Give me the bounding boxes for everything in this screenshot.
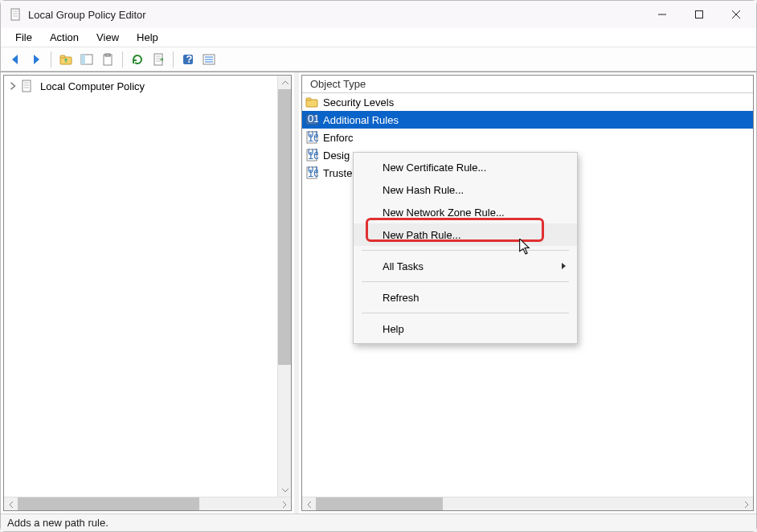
tree-horizontal-scrollbar[interactable] [4,497,291,510]
tree-item[interactable]: Local Computer Policy [4,77,291,95]
nav-up-button[interactable] [56,50,76,69]
copy-button[interactable] [98,50,117,69]
refresh-button[interactable] [128,50,147,69]
policy-tree[interactable]: Local Computer Policy [4,76,291,95]
ctx-help[interactable]: Help [354,317,577,340]
export-icon [152,53,165,66]
arrow-left-icon [9,53,22,66]
list-header[interactable]: Object Type [302,76,753,93]
toolbar [1,47,756,72]
tree-pane: Local Computer Policy [1,72,294,514]
list-header-object-type[interactable]: Object Type [307,76,369,92]
help-button[interactable] [178,50,198,69]
export-button[interactable] [149,50,168,69]
doc-icon [20,80,33,92]
context-menu-separator [362,313,569,313]
list-row-label: Additional Rules [323,114,399,126]
scroll-right-icon [280,500,288,508]
list-row-label: Truste [323,167,352,179]
ctx-new-hash-rule[interactable]: New Hash Rule... [354,178,577,201]
maximize-button[interactable] [681,2,718,27]
list-row-label: Enforc [323,132,354,144]
svg-rect-28 [696,11,703,18]
context-menu-label: New Network Zone Rule... [383,207,505,219]
folder-up-icon [59,53,72,66]
statusbar: Adds a new path rule. [1,514,756,531]
minimize-button[interactable] [644,2,681,27]
nav-back-button[interactable] [6,50,25,69]
context-menu-label: All Tasks [383,260,424,272]
menu-help[interactable]: Help [129,30,166,45]
refresh-icon [131,53,144,66]
scroll-left-icon [7,500,15,508]
binary-icon [305,113,318,126]
scroll-down-icon [280,486,288,494]
toolbar-separator [122,51,123,68]
filter-list-icon [203,53,215,66]
ctx-refresh[interactable]: Refresh [354,286,577,309]
binary-doc-icon [305,149,318,162]
scroll-up-icon [280,79,288,87]
app-window: Local Group Policy Editor File Action Vi… [0,0,757,532]
help-icon [182,53,194,66]
menubar: File Action View Help [1,28,756,47]
titlebar: Local Group Policy Editor [1,1,756,28]
arrow-right-icon [30,53,43,66]
list-row-label: Security Levels [323,96,394,108]
ctx-all-tasks[interactable]: All Tasks [354,255,577,277]
binary-doc-icon [305,166,318,179]
status-text: Adds a new path rule. [7,517,108,529]
window-title: Local Group Policy Editor [28,9,644,21]
list-row[interactable]: Security Levels [302,93,753,111]
context-menu-label: New Hash Rule... [383,184,464,196]
submenu-arrow-icon [561,262,567,270]
context-menu[interactable]: New Certificate Rule...New Hash Rule...N… [353,152,578,344]
filter-button[interactable] [199,50,219,69]
context-menu-label: New Path Rule... [383,229,461,241]
ctx-new-network-zone-rule[interactable]: New Network Zone Rule... [354,201,577,223]
cursor-icon [518,239,531,255]
expand-toggle[interactable] [7,80,18,92]
toolbar-separator [51,51,51,68]
app-icon [9,8,22,21]
tree-item-label: Local Computer Policy [38,80,147,93]
close-button[interactable] [718,2,755,27]
context-menu-label: Help [383,323,404,335]
menu-view[interactable]: View [88,30,127,45]
list-row-label: Desig [323,149,350,162]
ctx-new-path-rule[interactable]: New Path Rule... [354,223,577,246]
menu-action[interactable]: Action [42,30,87,45]
context-menu-separator [362,281,569,282]
tree-vertical-scrollbar[interactable] [277,76,291,497]
nav-forward-button[interactable] [27,50,46,69]
tree-pane-icon [80,53,93,66]
ctx-new-certificate-rule[interactable]: New Certificate Rule... [354,156,577,178]
list-row[interactable]: Enforc [302,129,753,146]
menu-file[interactable]: File [7,30,40,45]
context-menu-label: Refresh [383,292,419,304]
list-horizontal-scrollbar[interactable] [302,497,753,510]
clipboard-icon [101,53,114,66]
binary-doc-icon [305,131,318,144]
context-menu-label: New Certificate Rule... [383,162,486,174]
folder-icon [305,96,318,108]
context-menu-separator [362,250,569,251]
list-row[interactable]: Additional Rules [302,111,753,129]
show-hide-tree-button[interactable] [77,50,96,69]
toolbar-separator [173,51,174,68]
